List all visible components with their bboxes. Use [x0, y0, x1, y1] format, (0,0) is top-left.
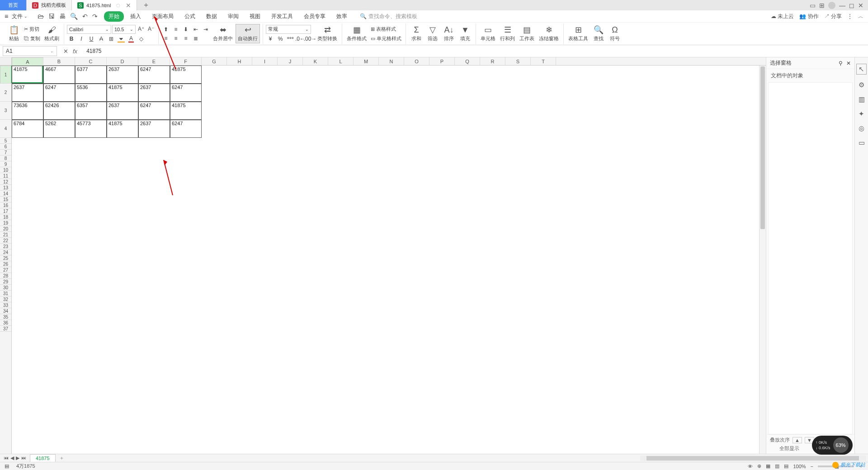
- italic-button[interactable]: I: [77, 35, 86, 43]
- bold-button[interactable]: B: [67, 35, 76, 43]
- menu-member[interactable]: 会员专享: [299, 11, 330, 22]
- maximize-icon[interactable]: ◻: [849, 2, 854, 9]
- row-header-33[interactable]: 33: [0, 302, 11, 308]
- format-painter-button[interactable]: 🖌格式刷: [42, 24, 61, 43]
- close-window-icon[interactable]: ✕: [858, 2, 863, 9]
- view-break-icon[interactable]: ▤: [784, 463, 788, 469]
- row-header-17[interactable]: 17: [0, 208, 11, 214]
- show-all-button[interactable]: 全部显示: [779, 445, 799, 452]
- scroll-thumb[interactable]: [760, 66, 765, 229]
- row-header-4[interactable]: 4: [0, 120, 11, 138]
- layout1-icon[interactable]: ▭: [810, 2, 816, 9]
- last-sheet-icon[interactable]: ⏭: [21, 455, 26, 461]
- cell-E3[interactable]: 6247: [138, 102, 170, 120]
- first-sheet-icon[interactable]: ⏮: [4, 455, 9, 461]
- col-header-G[interactable]: G: [202, 57, 227, 65]
- col-header-N[interactable]: N: [379, 57, 404, 65]
- col-header-M[interactable]: M: [354, 57, 379, 65]
- view-page-icon[interactable]: ▥: [775, 463, 779, 469]
- hamburger-icon[interactable]: ≡: [5, 13, 8, 20]
- row-header-27[interactable]: 27: [0, 267, 11, 273]
- save-icon[interactable]: 🖫: [48, 13, 55, 20]
- open-icon[interactable]: 🗁: [38, 13, 44, 20]
- symbol-button[interactable]: Ω符号: [607, 24, 623, 43]
- fill-color-button[interactable]: 🞃: [117, 35, 126, 43]
- vertical-scrollbar[interactable]: [759, 66, 766, 454]
- table-style-button[interactable]: ⊞表格样式: [369, 25, 403, 33]
- col-header-D[interactable]: D: [107, 57, 138, 65]
- col-header-B[interactable]: B: [43, 57, 75, 65]
- row-header-31[interactable]: 31: [0, 291, 11, 296]
- zoom-value[interactable]: 100%: [793, 464, 806, 469]
- col-header-H[interactable]: H: [227, 57, 252, 65]
- menu-efficiency[interactable]: 效率: [332, 11, 352, 22]
- align-middle-button[interactable]: ≡: [171, 25, 180, 33]
- row-header-24[interactable]: 24: [0, 249, 11, 255]
- menu-start[interactable]: 开始: [104, 11, 124, 22]
- row-header-14[interactable]: 14: [0, 191, 11, 197]
- row-header-15[interactable]: 15: [0, 197, 11, 202]
- more-icon[interactable]: ⋮: [847, 13, 853, 19]
- collab-button[interactable]: 👥 协作: [799, 13, 818, 20]
- share-button[interactable]: ↗ 分享: [824, 13, 842, 20]
- settings-icon[interactable]: ⚙: [859, 81, 864, 89]
- cell-D1[interactable]: 2637: [107, 66, 138, 84]
- tab-home[interactable]: 首页: [0, 0, 27, 10]
- copy-button[interactable]: ⿻复制: [23, 34, 42, 43]
- sort-button[interactable]: A↓排序: [441, 24, 457, 43]
- percent-button[interactable]: %: [276, 35, 285, 43]
- book-icon[interactable]: ▭: [859, 139, 865, 147]
- decimal-dec-button[interactable]: .00→: [306, 35, 315, 43]
- cell-C4[interactable]: 45773: [75, 120, 107, 138]
- menu-insert[interactable]: 插入: [126, 11, 146, 22]
- font-color-button[interactable]: A: [127, 35, 136, 43]
- currency-button[interactable]: ¥: [266, 35, 275, 43]
- close-icon[interactable]: ✕: [126, 2, 131, 9]
- paste-button[interactable]: 📋粘贴: [6, 24, 22, 43]
- add-sheet-button[interactable]: ＋: [56, 455, 68, 461]
- user-icon[interactable]: [828, 2, 835, 9]
- col-header-J[interactable]: J: [278, 57, 303, 65]
- preview-icon[interactable]: 🔍: [70, 13, 78, 20]
- cell-A2[interactable]: 2637: [12, 84, 43, 102]
- fx-icon[interactable]: fx: [73, 48, 77, 55]
- row-header-20[interactable]: 20: [0, 226, 11, 232]
- cell-C2[interactable]: 5536: [75, 84, 107, 102]
- row-header-8[interactable]: 8: [0, 155, 11, 161]
- location-icon[interactable]: ◎: [859, 124, 864, 132]
- row-header-34[interactable]: 34: [0, 308, 11, 314]
- cell-E2[interactable]: 2637: [138, 84, 170, 102]
- align-bottom-button[interactable]: ⬇: [181, 25, 190, 33]
- cancel-fx-icon[interactable]: ✕: [63, 48, 68, 55]
- row-header-6[interactable]: 6: [0, 144, 11, 150]
- scroll-thumb[interactable]: [646, 456, 859, 461]
- bring-forward-button[interactable]: ▲: [793, 437, 802, 443]
- eye-icon[interactable]: 👁: [748, 464, 753, 469]
- row-header-3[interactable]: 3: [0, 102, 11, 120]
- strike-button[interactable]: A: [97, 35, 106, 43]
- cell-button[interactable]: ▭单元格: [479, 24, 497, 43]
- fill-button[interactable]: ▼填充: [458, 24, 473, 43]
- align-center-button[interactable]: ≡: [171, 34, 180, 42]
- col-header-S[interactable]: S: [505, 57, 531, 65]
- align-top-button[interactable]: ⬆: [161, 25, 170, 33]
- row-header-5[interactable]: 5: [0, 138, 11, 144]
- cell-B1[interactable]: 4667: [43, 66, 75, 84]
- row-header-7[interactable]: 7: [0, 150, 11, 155]
- row-header-35[interactable]: 35: [0, 314, 11, 320]
- freeze-button[interactable]: ❄冻结窗格: [537, 24, 561, 43]
- row-header-9[interactable]: 9: [0, 161, 11, 167]
- cell-F2[interactable]: 6247: [170, 84, 202, 102]
- menu-layout[interactable]: 页面布局: [147, 11, 178, 22]
- font-size-select[interactable]: 10.5⌄: [112, 25, 136, 34]
- table-tools-button[interactable]: ⊞表格工具: [566, 24, 590, 43]
- border-button[interactable]: ⊞: [107, 35, 116, 43]
- row-header-1[interactable]: 1: [0, 66, 11, 84]
- cell-A3[interactable]: 73636: [12, 102, 43, 120]
- stats-icon[interactable]: ▤: [5, 463, 9, 469]
- cell-F1[interactable]: 41875: [170, 66, 202, 84]
- row-header-22[interactable]: 22: [0, 238, 11, 244]
- print-icon[interactable]: 🖶: [59, 13, 66, 20]
- center-icon[interactable]: ⊕: [757, 463, 761, 469]
- align-left-button[interactable]: ≡: [161, 34, 170, 42]
